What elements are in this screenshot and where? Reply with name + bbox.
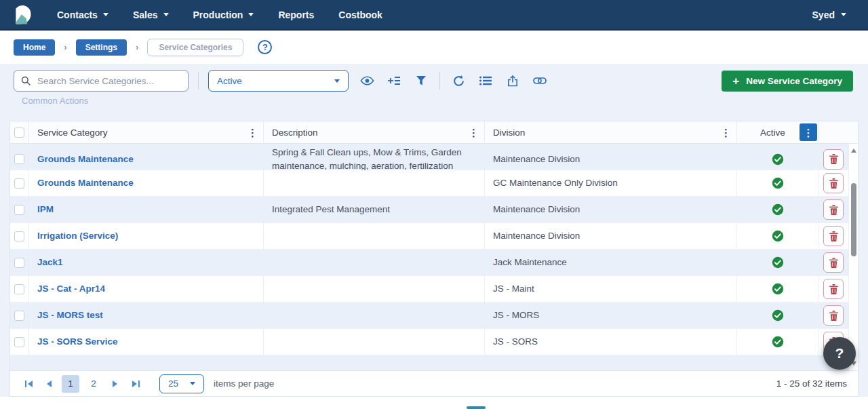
column-menu-icon: ⋮: [804, 128, 814, 138]
column-menu-icon[interactable]: ⋮: [248, 128, 258, 138]
description-cell: [264, 303, 485, 328]
trash-icon: [829, 258, 838, 268]
refresh-icon[interactable]: [450, 72, 467, 90]
new-service-category-button[interactable]: + New Service Category: [722, 71, 853, 92]
row-checkbox-cell: [10, 223, 29, 249]
delete-button[interactable]: [823, 279, 844, 299]
list-view-icon[interactable]: [477, 72, 494, 90]
delete-button[interactable]: [823, 252, 844, 273]
delete-button[interactable]: [823, 173, 844, 193]
scroll-up-arrow-icon[interactable]: [851, 149, 856, 153]
nav-item-contacts[interactable]: Contacts: [57, 9, 108, 20]
delete-button[interactable]: [823, 305, 844, 326]
filter-funnel-icon[interactable]: [412, 72, 430, 90]
add-filter-icon[interactable]: [385, 72, 403, 90]
table-row-partial: [10, 355, 848, 370]
description-cell: [264, 170, 485, 196]
active-column-menu-button[interactable]: ⋮: [800, 123, 817, 141]
row-checkbox[interactable]: [14, 231, 24, 241]
breadcrumb-separator-icon: ›: [64, 42, 66, 52]
status-filter-select[interactable]: Active: [208, 70, 349, 92]
trash-icon: [829, 205, 838, 215]
row-checkbox[interactable]: [14, 284, 24, 294]
page-number-1[interactable]: 1: [62, 375, 79, 393]
active-check-icon: [772, 309, 784, 322]
brand-logo-icon[interactable]: [9, 3, 33, 26]
eye-icon[interactable]: [358, 72, 376, 90]
column-menu-icon[interactable]: ⋮: [469, 128, 479, 138]
common-actions-link[interactable]: Common Actions: [22, 96, 88, 106]
breadcrumb: Home › Settings › Service Categories ?: [0, 31, 868, 64]
page-size-value: 25: [168, 378, 178, 389]
delete-button[interactable]: [823, 149, 844, 170]
row-checkbox[interactable]: [14, 178, 24, 189]
service-category-link[interactable]: JS - SORS Service: [29, 329, 264, 355]
breadcrumb-settings[interactable]: Settings: [76, 39, 127, 56]
help-icon[interactable]: ?: [258, 40, 272, 54]
user-menu[interactable]: Syed: [812, 9, 846, 20]
toolbar-divider: [198, 72, 199, 90]
nav-item-sales[interactable]: Sales: [133, 9, 169, 20]
first-page-button[interactable]: [21, 376, 36, 391]
nav-item-label: Sales: [133, 9, 158, 20]
page-number-2[interactable]: 2: [85, 375, 102, 393]
active-check-icon: [772, 283, 784, 295]
nav-item-costbook[interactable]: Costbook: [338, 9, 382, 20]
active-check-icon: [772, 230, 784, 242]
export-icon[interactable]: [504, 72, 521, 90]
active-check-icon: [772, 256, 784, 269]
service-category-link[interactable]: JS - Cat - Apr14: [29, 276, 264, 302]
trash-icon: [829, 231, 838, 241]
active-check-icon: [772, 177, 784, 189]
description-cell: [264, 329, 485, 355]
actions-cell: [818, 197, 848, 222]
breadcrumb-service-categories[interactable]: Service Categories: [147, 39, 243, 56]
new-button-label: New Service Category: [746, 76, 842, 86]
delete-button[interactable]: [823, 226, 844, 246]
search-box: [14, 70, 189, 92]
delete-button[interactable]: [823, 199, 844, 220]
scrollbar-thumb[interactable]: [851, 183, 856, 256]
row-checkbox[interactable]: [14, 205, 24, 215]
service-category-link[interactable]: IPM: [29, 197, 264, 222]
nav-item-reports[interactable]: Reports: [278, 9, 314, 20]
row-checkbox[interactable]: [14, 337, 24, 347]
next-page-button[interactable]: [108, 376, 123, 391]
app-window: Contacts Sales Production Reports Costbo…: [0, 0, 868, 409]
select-all-checkbox[interactable]: [14, 128, 24, 138]
nav-item-label: Contacts: [57, 9, 98, 20]
service-category-link[interactable]: Irrigation (Service): [29, 223, 264, 249]
division-cell: Jack Maintenance: [485, 250, 737, 275]
pagination-bar: 1 2 25 items per page 1 - 25 of 32 items: [9, 370, 859, 397]
trash-icon: [829, 154, 838, 164]
link-icon[interactable]: [531, 72, 549, 90]
active-cell: [737, 329, 818, 355]
row-checkbox[interactable]: [14, 154, 24, 164]
service-category-link[interactable]: Jack1: [29, 250, 264, 275]
row-checkbox[interactable]: [14, 258, 24, 268]
row-checkbox[interactable]: [14, 311, 24, 321]
trash-icon: [829, 311, 838, 321]
search-icon: [21, 76, 31, 86]
table-body: Grounds Maintenance Spring & Fall Clean …: [10, 144, 848, 370]
division-cell: Maintenance Division: [485, 223, 737, 249]
column-header-actions: [818, 121, 848, 143]
search-input[interactable]: [37, 76, 181, 86]
breadcrumb-separator-icon: ›: [136, 42, 138, 52]
previous-page-button[interactable]: [41, 376, 56, 391]
last-page-button[interactable]: [128, 376, 143, 391]
division-cell: Maintenance Division: [485, 197, 737, 222]
select-all-cell: [10, 121, 29, 143]
page-size-select[interactable]: 25: [159, 374, 204, 393]
active-check-icon: [772, 203, 784, 216]
row-checkbox-cell: [10, 303, 29, 328]
breadcrumb-home[interactable]: Home: [14, 39, 55, 56]
description-cell: [264, 250, 485, 275]
service-category-link[interactable]: JS - MORS test: [29, 303, 264, 328]
nav-item-production[interactable]: Production: [193, 9, 254, 20]
service-category-link[interactable]: Grounds Maintenance: [29, 170, 264, 196]
actions-cell: [818, 170, 848, 196]
help-fab-button[interactable]: ?: [823, 337, 856, 370]
column-menu-icon[interactable]: ⋮: [721, 128, 731, 138]
vertical-scrollbar[interactable]: [848, 144, 858, 370]
